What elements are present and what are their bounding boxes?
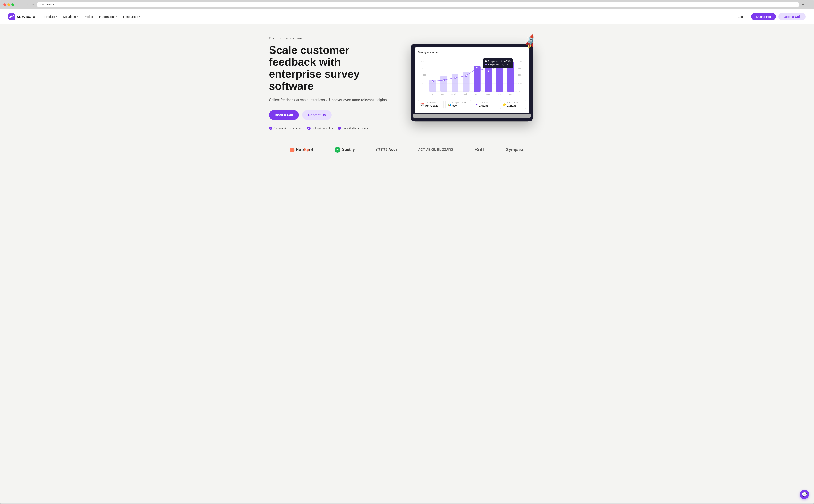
refresh-button[interactable]: ↻ [31,3,35,7]
svg-text:0%: 0% [518,91,521,93]
hero-title: Scale customer feedback with enterprise … [269,44,390,92]
spotify-text: Spotify [342,147,355,152]
svg-point-30 [466,75,467,77]
chart-title: Survey responses [418,51,526,54]
close-window-button[interactable] [3,3,6,6]
bolt-logo: Bolt [475,147,484,153]
svg-rect-25 [496,64,503,92]
stat-unique-views: ⭐ Unique views 1.251m [500,100,526,109]
spotify-icon [334,147,340,153]
logo-text: survicate [17,14,35,19]
back-button[interactable]: ← [18,3,23,7]
nav-resources[interactable]: Resources ▾ [121,13,143,20]
integrations-chevron-icon: ▾ [116,15,117,18]
chat-widget-button[interactable]: 💬 [800,490,809,499]
gympass-logo: Gympass [506,147,525,152]
svg-text:July: July [498,93,501,95]
svg-point-28 [443,79,445,81]
svg-text:April: April [464,93,467,95]
chart-tooltip: Response rate: 47,5% Responses: 55,120 [483,58,513,68]
spotify-logo: Spotify [334,147,355,153]
book-call-hero-button[interactable]: Book a Call [269,110,299,120]
audi-ring-4 [384,148,387,151]
svg-point-3 [13,15,14,16]
address-bar[interactable] [37,2,799,7]
audi-text: Audi [388,147,397,152]
feature-setup: Set up in minutes [307,127,333,130]
nav-solutions[interactable]: Solutions ▾ [60,13,80,20]
bar-chart-icon: 📊 [448,103,451,106]
svg-text:March: March [451,93,456,95]
audi-logo: Audi [376,147,397,152]
activision-logo: ACTIVISION BLIZZARD [418,148,453,152]
laptop: Survey responses Response rate: 47,5% [411,44,533,121]
page: survicate Product ▾ Solutions ▾ Pricing … [0,9,814,503]
tooltip-item-1: Response rate: 47,5% [485,60,511,63]
laptop-foot [416,121,528,122]
svg-text:20,000: 20,000 [421,82,426,84]
hero-buttons: Book a Call Contact Us [269,110,390,120]
laptop-screen: Survey responses Response rate: 47,5% [415,47,529,113]
feature-check-icon-3 [338,127,341,130]
svg-text:0: 0 [423,91,424,93]
maximize-window-button[interactable] [11,3,14,6]
feature-team-seats: Unlimited team seats [338,127,368,130]
browser-nav: ← → ↻ [18,3,35,7]
logo-icon [8,13,15,20]
nav-links: Product ▾ Solutions ▾ Pricing Integratio… [42,13,735,20]
svg-text:June: June [486,93,490,95]
chat-icon: 💬 [802,492,807,497]
svg-text:60,000: 60,000 [421,60,426,62]
hero-features: Custom trial experience Set up in minute… [269,127,390,130]
tooltip-dot-white [485,60,487,62]
logo[interactable]: survicate [8,13,35,20]
svg-rect-20 [441,76,447,92]
minimize-window-button[interactable] [7,3,10,6]
hubspot-icon: ⬤ [289,147,295,152]
resources-chevron-icon: ▾ [139,15,140,18]
forward-button[interactable]: → [24,3,29,7]
tooltip-dot-purple [485,64,487,65]
star-icon: ⭐ [503,103,506,106]
svg-point-29 [454,77,456,79]
contact-us-button[interactable]: Contact Us [302,110,331,120]
traffic-lights [3,3,14,6]
svg-text:50,000: 50,000 [421,68,426,70]
feature-check-icon [269,127,272,130]
solutions-chevron-icon: ▾ [77,15,78,18]
calendar-icon: 📅 [420,103,424,106]
navbar: survicate Product ▾ Solutions ▾ Pricing … [0,9,814,24]
svg-text:Jan: Jan [430,93,433,95]
start-free-button[interactable]: Start Free [751,13,776,20]
nav-product[interactable]: Product ▾ [42,13,60,20]
svg-point-31 [476,67,478,69]
hero-badge: Enterprise survey software [269,37,390,40]
svg-text:15%: 15% [518,82,522,84]
stat-completion-rate: 📊 Completion rate 83% [445,100,471,109]
login-link[interactable]: Log in [735,13,749,20]
svg-point-1 [9,17,11,18]
stat-total-views: 👁 Total views 1.432m [473,100,499,109]
svg-point-32 [488,70,489,72]
tooltip-item-2: Responses: 55,120 [485,63,511,66]
svg-text:30%: 30% [518,74,522,76]
logos-grid: ⬤ HubSpot Spotify [281,147,533,153]
svg-text:60%: 60% [518,60,522,62]
svg-text:Feb: Feb [441,93,444,95]
eye-icon: 👁 [475,103,478,106]
hubspot-text: HubSpot [296,147,313,152]
feature-custom-trial: Custom trial experience [269,127,302,130]
svg-point-27 [432,80,434,82]
nav-right: Log in Start Free Book a Call [735,13,806,20]
stat-last-response: 📅 Last response Oct 4, 2023 [418,100,444,109]
laptop-base [413,114,531,118]
new-tab-button[interactable]: + [802,3,804,7]
book-call-nav-button[interactable]: Book a Call [778,13,806,20]
svg-text:40,000: 40,000 [421,74,426,76]
svg-text:45%: 45% [518,68,522,70]
nav-integrations[interactable]: Integrations ▾ [96,13,120,20]
browser-menu-button[interactable]: ⋯ [807,2,811,7]
svg-point-2 [11,16,12,17]
logos-section: ⬤ HubSpot Spotify [0,138,814,161]
nav-pricing[interactable]: Pricing [81,13,96,20]
